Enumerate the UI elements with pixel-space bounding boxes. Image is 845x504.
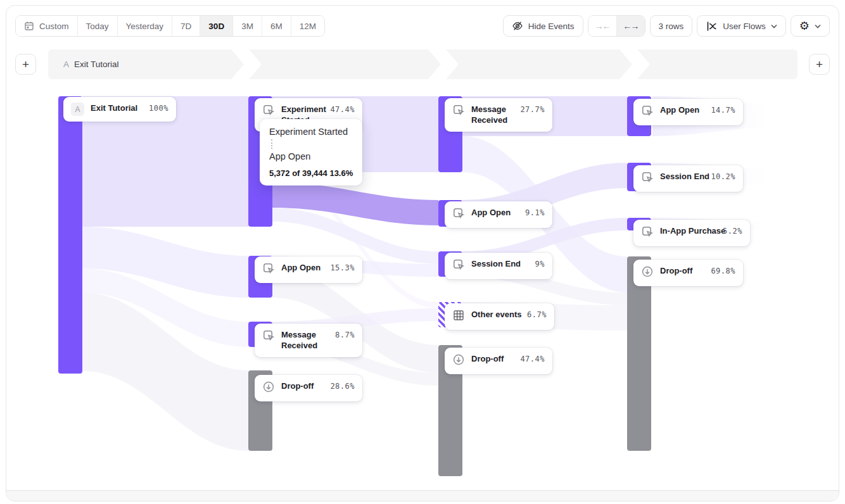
drop-off-icon [452,353,465,369]
flow-node-drop-off-4[interactable]: Drop-off 69.8% [633,260,743,286]
app-card: Custom Today Yesterday 7D 30D 3M 6M 12M [6,5,839,501]
node-percentage: 69.8% [707,265,735,275]
node-percentage: 47.4% [516,353,545,363]
event-icon [452,258,465,274]
tooltip-connector-dots [271,139,272,149]
flow-node-drop-off-2[interactable]: Drop-off 28.6% [255,375,362,401]
node-percentage: 27.7% [516,104,545,114]
node-label: App Open [281,262,320,274]
node-label: Message Received [471,104,510,126]
event-icon [641,171,654,186]
flow-node-app-open-2[interactable]: App Open 15.3% [255,256,362,283]
node-label: Message Received [281,329,325,351]
event-icon [262,104,275,119]
tooltip-source-event: Experiment Started [269,127,353,137]
node-label: App Open [471,207,515,218]
link-tooltip: Experiment Started App Open 5,372 of 39,… [260,119,362,186]
flow-node-message-received-2[interactable]: Message Received 8.7% [255,324,362,357]
tooltip-stats: 5,372 of 39,444 13.6% [269,168,353,178]
flow-node-exit-tutorial[interactable]: A Exit Tutorial 100% [63,97,176,122]
event-icon [641,225,654,241]
flow-node-drop-off-3[interactable]: Drop-off 47.4% [445,348,552,374]
node-label: Drop-off [660,265,701,277]
node-percentage: 47.4% [326,104,355,114]
grid-icon [452,309,465,324]
node-percentage: 100% [145,103,168,113]
flow-node-app-open-3[interactable]: App Open 9.1% [445,201,552,228]
sankey-links-svg [6,5,839,501]
flow-node-in-app-purchase-4[interactable]: In-App Purchase 5.2% [633,220,750,246]
flow-node-session-end-4[interactable]: Session End 10.2% [633,165,743,192]
node-percentage: 28.6% [326,381,355,391]
flow-node-session-end-3[interactable]: Session End 9% [445,253,552,279]
node-label: Session End [660,171,701,182]
flow-node-other-events-3[interactable]: Other events 6.7% [445,303,554,330]
node-percentage: 8.7% [331,329,355,339]
drop-off-icon [262,381,275,396]
event-icon [452,207,465,222]
event-icon [262,329,275,344]
tooltip-target-event: App Open [269,151,353,161]
node-label: Session End [471,258,525,270]
bottom-strip [6,490,839,501]
node-label: App Open [660,104,701,116]
step-a-badge: A [71,103,84,116]
event-icon [452,104,465,119]
node-label: Other events [471,309,517,320]
node-label: Drop-off [471,353,510,365]
node-label: In-App Purchase [660,225,713,237]
node-percentage: 6.7% [523,309,547,319]
node-percentage: 9.1% [521,207,545,217]
node-percentage: 15.3% [326,262,355,272]
drop-off-icon [641,265,654,280]
node-percentage: 9% [531,258,545,268]
event-icon [641,104,654,120]
flow-node-app-open-4[interactable]: App Open 14.7% [633,99,743,125]
bar-exit-tutorial[interactable] [58,96,82,374]
node-label: Exit Tutorial [91,103,139,114]
node-percentage: 14.7% [707,104,735,115]
node-label: Drop-off [281,381,320,392]
node-percentage: 5.2% [719,225,742,236]
node-percentage: 10.2% [707,171,735,181]
flow-node-message-received-3[interactable]: Message Received 27.7% [445,98,552,132]
event-icon [262,262,275,277]
